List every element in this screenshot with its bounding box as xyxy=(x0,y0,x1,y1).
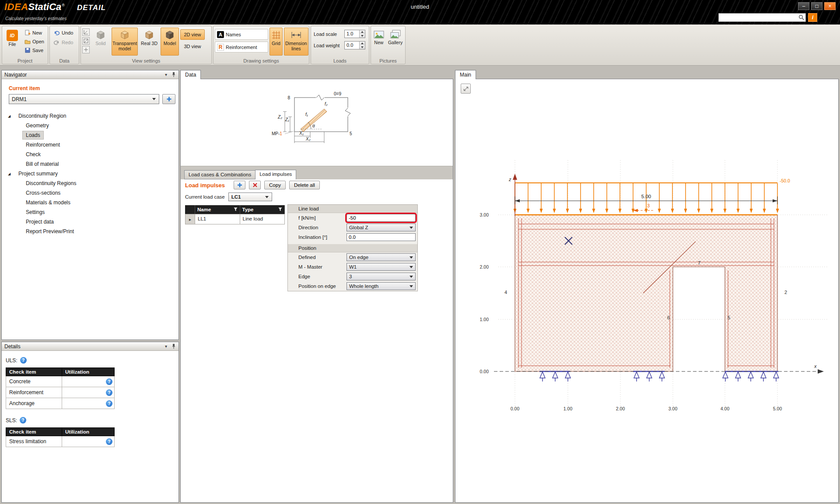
help-icon[interactable]: ? xyxy=(20,357,27,364)
fit-view-button[interactable] xyxy=(461,84,471,94)
real-3d-button[interactable]: Real 3D xyxy=(139,28,159,56)
structure-drawing[interactable]: x -50.0 z 5.00 3 4 2 xyxy=(455,79,838,502)
current-item-select[interactable]: DRM1 xyxy=(9,94,159,104)
table-row[interactable]: Reinforcement? xyxy=(6,387,115,398)
load-impulse-row[interactable]: ▸ LL1 Line load xyxy=(185,214,285,224)
tree-item-loads[interactable]: Loads xyxy=(2,130,178,140)
position-on-edge-select[interactable]: Whole length xyxy=(346,282,416,290)
defined-select[interactable]: On edge xyxy=(346,253,416,261)
dimension-lines-toggle-button[interactable]: Dimension lines xyxy=(284,28,308,56)
tree-item-discontinuity-region[interactable]: ◢Discontinuity Region xyxy=(2,111,178,121)
x-axis-label: x xyxy=(814,364,817,369)
gallery-button[interactable]: Gallery xyxy=(387,28,404,56)
load-scale-input[interactable]: 1.0 xyxy=(344,30,365,38)
tree-item-settings[interactable]: Settings xyxy=(2,207,178,217)
collapse-chevron-icon[interactable]: ▾ xyxy=(165,72,167,77)
search-icon[interactable] xyxy=(798,14,805,21)
transparent-model-button[interactable]: Transparent model xyxy=(112,28,138,56)
add-item-button[interactable] xyxy=(162,94,175,104)
table-row[interactable]: Concrete? xyxy=(6,376,115,387)
tree-item-cross-sections[interactable]: Cross-sections xyxy=(2,188,178,198)
help-icon[interactable]: ? xyxy=(106,438,112,445)
save-button-label: Save xyxy=(32,48,43,53)
tab-load-impulses[interactable]: Load impulses xyxy=(255,170,296,179)
delete-load-impulse-button[interactable] xyxy=(249,181,261,189)
tree-item-label: Report Preview/Print xyxy=(23,228,77,235)
load-weight-input[interactable]: 0.0 xyxy=(344,41,365,49)
grid-toggle-button[interactable]: Grid xyxy=(270,28,283,56)
expander-icon[interactable]: ◢ xyxy=(8,172,15,176)
model-view-button[interactable]: Model xyxy=(161,28,179,56)
spin-up-button[interactable] xyxy=(360,30,365,34)
view-tool-button-2[interactable] xyxy=(82,37,90,45)
pin-icon[interactable] xyxy=(172,72,176,77)
edge-select[interactable]: 3 xyxy=(346,273,416,280)
tab-main[interactable]: Main xyxy=(455,70,476,79)
tree-item-materials-models[interactable]: Materials & models xyxy=(2,198,178,207)
tree-item-discontinuity-regions[interactable]: Discontinuity Regions xyxy=(2,178,178,188)
file-button[interactable]: ID File xyxy=(4,28,21,56)
new-button[interactable]: New xyxy=(22,29,46,37)
tree-item-check[interactable]: Check xyxy=(2,150,178,159)
tree-item-geometry[interactable]: Geometry xyxy=(2,121,178,130)
tree-item-report-preview-print[interactable]: Report Preview/Print xyxy=(2,227,178,236)
copy-button[interactable]: Copy xyxy=(264,181,286,189)
reinforcement-toggle-button[interactable]: R Reinforcement xyxy=(215,42,268,52)
help-icon[interactable]: ? xyxy=(106,378,112,385)
collapse-chevron-icon[interactable]: ▾ xyxy=(165,344,167,349)
names-toggle-button[interactable]: A Names xyxy=(215,29,268,40)
view-tool-button-1[interactable] xyxy=(82,28,90,36)
expand-arrows-icon xyxy=(463,86,469,92)
tree-item-project-data[interactable]: Project data xyxy=(2,217,178,227)
load-impulse-type-cell[interactable]: Line load xyxy=(240,214,285,224)
open-button[interactable]: Open xyxy=(22,38,46,46)
tree-item-reinforcement[interactable]: Reinforcement xyxy=(2,140,178,150)
redo-button[interactable]: Redo xyxy=(51,38,75,46)
f-value-input[interactable] xyxy=(346,214,416,222)
help-icon[interactable]: ? xyxy=(106,389,112,396)
sls-table: Check item Utilization Stress limitation… xyxy=(6,427,115,447)
pin-icon[interactable] xyxy=(172,343,176,349)
utilization-cell: ? xyxy=(62,387,115,398)
save-button[interactable]: Save xyxy=(22,46,46,54)
row-selector[interactable]: ▸ xyxy=(185,214,195,224)
type-column-header[interactable]: Type xyxy=(240,205,285,214)
table-row[interactable]: Stress limitation? xyxy=(6,436,115,447)
load-impulse-name-cell[interactable]: LL1 xyxy=(195,214,240,224)
help-icon[interactable]: ? xyxy=(106,400,112,407)
current-load-case-select[interactable]: LC1 xyxy=(228,192,272,201)
loaded-edge-number: 3 xyxy=(647,203,650,208)
delete-all-button[interactable]: Delete all xyxy=(289,181,320,189)
tab-load-cases-combinations[interactable]: Load cases & Combinations xyxy=(184,170,256,179)
tree-item-project-summary[interactable]: ◢Project summary xyxy=(2,169,178,178)
table-row[interactable]: Anchorage? xyxy=(6,398,115,409)
undo-button[interactable]: Undo xyxy=(51,29,75,36)
spin-down-button[interactable] xyxy=(360,34,365,38)
view-tool-button-3[interactable] xyxy=(82,46,90,53)
name-column-header[interactable]: Name xyxy=(195,205,240,214)
info-button[interactable]: i xyxy=(808,13,817,22)
direction-select[interactable]: Global Z xyxy=(346,224,416,231)
view-3d-button[interactable]: 3D view xyxy=(180,41,205,52)
spin-up-button[interactable] xyxy=(360,42,365,46)
minimize-button[interactable]: – xyxy=(798,2,809,10)
search-input[interactable] xyxy=(718,13,806,22)
filter-funnel-icon[interactable] xyxy=(278,207,282,211)
chevron-down-icon xyxy=(410,256,413,259)
help-icon[interactable]: ? xyxy=(20,417,26,424)
wall-region[interactable] xyxy=(515,215,777,371)
add-load-impulse-button[interactable] xyxy=(234,181,245,189)
filter-funnel-icon[interactable] xyxy=(234,207,238,211)
view-2d-button[interactable]: 2D view xyxy=(180,29,205,40)
close-button[interactable]: × xyxy=(824,2,836,10)
tab-data[interactable]: Data xyxy=(180,70,201,79)
new-picture-button[interactable]: New xyxy=(372,28,385,56)
tree-item-bill-of-material[interactable]: Bill of material xyxy=(2,159,178,169)
master-select[interactable]: W1 xyxy=(346,263,416,271)
expander-icon[interactable]: ◢ xyxy=(8,114,15,118)
spin-down-button[interactable] xyxy=(360,46,365,49)
maximize-button[interactable]: □ xyxy=(811,2,822,10)
solid-view-button[interactable]: Solid xyxy=(91,28,110,56)
inclination-input[interactable] xyxy=(346,233,416,241)
ribbon-group-project: ID File New Open Save Project xyxy=(2,26,48,64)
